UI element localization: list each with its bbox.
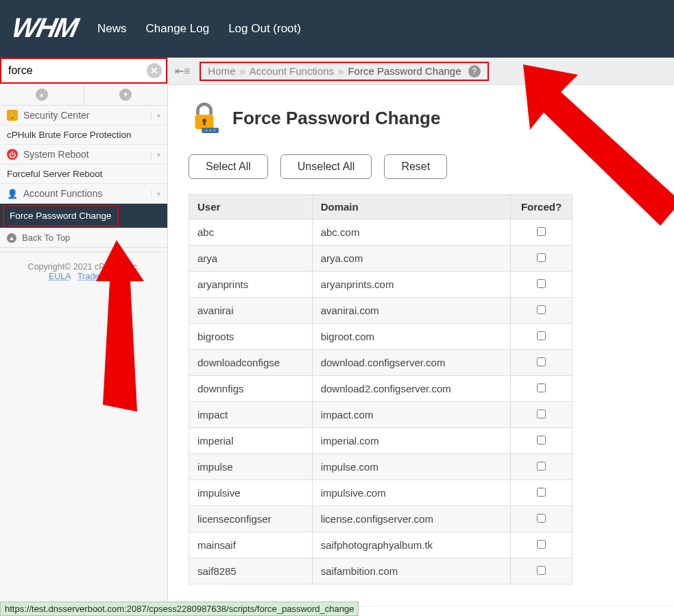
breadcrumb-sep: » xyxy=(239,65,245,77)
forced-checkbox[interactable] xyxy=(537,566,546,575)
cell-domain: download2.configserver.com xyxy=(312,376,510,402)
table-row: downloadconfigsedownload.configserver.co… xyxy=(189,350,573,376)
sort-desc-button[interactable]: ▼ xyxy=(84,84,168,105)
table-row: impulsiveimpulsive.com xyxy=(189,480,573,506)
table-row: aryanprintsaryanprints.com xyxy=(189,272,573,298)
top-bar: WHM News Change Log Log Out (root) xyxy=(0,0,674,58)
table-row: avaniraiavanirai.com xyxy=(189,298,573,324)
cell-domain: bigroot.com xyxy=(312,324,510,350)
cell-user: impulsive xyxy=(189,480,313,506)
nav-change-log[interactable]: Change Log xyxy=(145,22,209,36)
nav-log-out[interactable]: Log Out (root) xyxy=(228,22,301,36)
help-icon[interactable]: ? xyxy=(468,65,481,78)
forced-checkbox[interactable] xyxy=(537,357,546,366)
svg-text:＊＊＊: ＊＊＊ xyxy=(204,129,217,133)
sidebar-cat-label: Account Functions xyxy=(23,188,102,199)
table-row: downnfigsdownload2.configserver.com xyxy=(189,376,573,402)
forced-checkbox[interactable] xyxy=(537,383,546,392)
cell-user: saif8285 xyxy=(189,558,313,584)
cell-user: arya xyxy=(189,246,313,272)
forced-checkbox[interactable] xyxy=(537,436,546,445)
breadcrumb: Home » Account Functions » Force Passwor… xyxy=(200,62,488,81)
table-row: abcabc.com xyxy=(189,220,573,246)
sidebar-footer: Copyright© 2021 cPanel, Inc. EULA Tradem… xyxy=(0,252,167,291)
forced-checkbox[interactable] xyxy=(537,253,546,262)
cell-forced xyxy=(511,428,573,454)
arrow-up-icon: ▲ xyxy=(7,233,16,243)
breadcrumb-section[interactable]: Account Functions xyxy=(250,65,334,77)
reset-button[interactable]: Reset xyxy=(384,154,447,179)
cell-forced xyxy=(511,298,573,324)
sidebar-item-force-password-change[interactable]: Force Password Change xyxy=(0,204,167,228)
col-user[interactable]: User xyxy=(189,195,313,220)
search-box: ✕ xyxy=(0,58,167,84)
cell-forced xyxy=(511,350,573,376)
cell-domain: impulsive.com xyxy=(312,480,510,506)
clear-search-icon[interactable]: ✕ xyxy=(147,63,162,78)
breadcrumb-sep: » xyxy=(338,65,344,77)
chevron-down-icon: ▾ xyxy=(151,151,160,158)
cell-domain: saifphotographyalbum.tk xyxy=(312,532,510,558)
forced-checkbox[interactable] xyxy=(537,305,546,314)
page-header: ＊＊＊ Force Password Change xyxy=(189,102,653,135)
cell-user: impulse xyxy=(189,454,313,480)
chevron-down-icon: ▾ xyxy=(151,190,160,198)
unselect-all-button[interactable]: Unselect All xyxy=(280,154,372,179)
forced-checkbox[interactable] xyxy=(537,227,546,236)
breadcrumb-current: Force Password Change xyxy=(348,65,461,77)
sidebar-item-forceful-reboot[interactable]: Forceful Server Reboot xyxy=(0,165,167,184)
sidebar-cat-security-center[interactable]: 🔒 Security Center ▾ xyxy=(0,106,167,126)
eula-link[interactable]: EULA xyxy=(49,272,71,281)
table-row: imperialimperial.com xyxy=(189,428,573,454)
cell-forced xyxy=(511,454,573,480)
select-all-button[interactable]: Select All xyxy=(189,154,268,179)
cell-domain: arya.com xyxy=(312,246,510,272)
cell-domain: license.configserver.com xyxy=(312,506,510,532)
sidebar-cat-label: Security Center xyxy=(23,110,89,121)
breadcrumb-home[interactable]: Home xyxy=(208,65,235,77)
sidebar-cat-system-reboot[interactable]: ⏻ System Reboot ▾ xyxy=(0,145,167,165)
sidebar-back-to-top[interactable]: ▲ Back To Top xyxy=(0,228,167,248)
forced-checkbox[interactable] xyxy=(537,540,546,549)
cell-domain: imperial.com xyxy=(312,428,510,454)
forced-checkbox[interactable] xyxy=(537,462,546,471)
sidebar-item-cphulk[interactable]: cPHulk Brute Force Protection xyxy=(0,126,167,145)
svg-rect-3 xyxy=(204,121,206,126)
nav-news[interactable]: News xyxy=(97,22,127,36)
chevron-up-icon: ▲ xyxy=(36,88,48,101)
col-forced[interactable]: Forced? xyxy=(511,195,573,220)
whm-logo: WHM xyxy=(9,12,80,43)
sidebar-toggle-icon[interactable]: ⇤≡ xyxy=(175,64,190,78)
lock-password-icon: ＊＊＊ xyxy=(189,102,220,135)
page-title: Force Password Change xyxy=(232,108,440,129)
cell-forced xyxy=(511,402,573,428)
forced-checkbox[interactable] xyxy=(537,514,546,523)
forced-checkbox[interactable] xyxy=(537,331,546,340)
col-domain[interactable]: Domain xyxy=(312,195,510,220)
cell-forced xyxy=(511,532,573,558)
cell-forced xyxy=(511,558,573,584)
sidebar-cat-label: System Reboot xyxy=(23,149,89,160)
trademark-link[interactable]: Trademark xyxy=(77,272,119,281)
search-input[interactable] xyxy=(1,62,166,80)
table-row: aryaarya.com xyxy=(189,246,573,272)
chevron-down-icon: ▾ xyxy=(151,112,160,119)
sort-asc-button[interactable]: ▲ xyxy=(0,84,84,105)
cell-forced xyxy=(511,480,573,506)
sidebar-cat-account-functions[interactable]: 👤 Account Functions ▾ xyxy=(0,184,167,204)
cell-forced xyxy=(511,324,573,350)
cell-domain: abc.com xyxy=(312,220,510,246)
user-icon: 👤 xyxy=(7,188,18,199)
cell-user: aryanprints xyxy=(189,272,313,298)
shield-icon: 🔒 xyxy=(7,110,18,121)
table-row: bigrootsbigroot.com xyxy=(189,324,573,350)
forced-checkbox[interactable] xyxy=(537,279,546,288)
cell-forced xyxy=(511,506,573,532)
status-bar-url: https://test.dnsserverboot.com:2087/cpse… xyxy=(0,602,359,606)
cell-user: bigroots xyxy=(189,324,313,350)
forced-checkbox[interactable] xyxy=(537,410,546,418)
cell-domain: download.configserver.com xyxy=(312,350,510,376)
cell-user: downnfigs xyxy=(189,376,313,402)
forced-checkbox[interactable] xyxy=(537,488,546,497)
cell-user: imperial xyxy=(189,428,313,454)
